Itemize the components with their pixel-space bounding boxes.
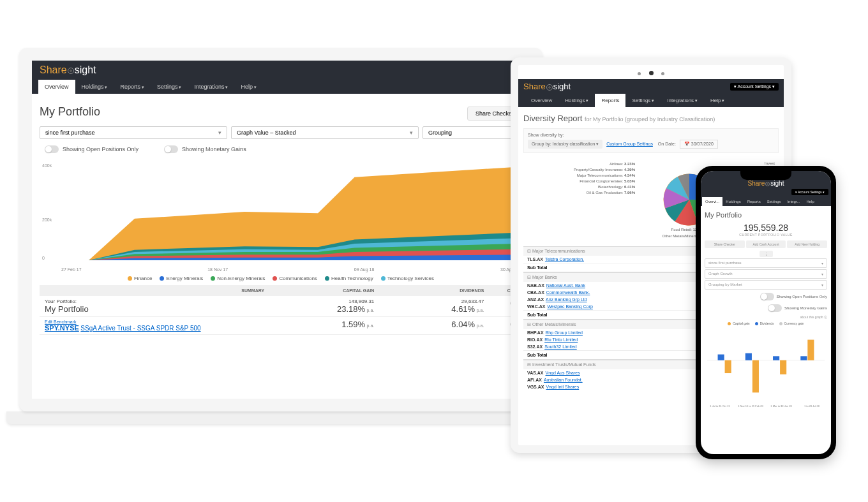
more-button[interactable]: ⋮: [760, 251, 773, 257]
y-tick: 0: [42, 256, 45, 260]
account-settings-button[interactable]: ▾ Account Settings ▾: [791, 189, 828, 195]
legend-item: Energy Minerals: [160, 276, 203, 281]
y-tick: 200k: [42, 218, 52, 222]
toggle-open-positions[interactable]: Showing Open Positions Only: [45, 145, 138, 153]
account-settings-button[interactable]: ▾ Account Settings ▾: [730, 83, 779, 91]
benchmark-ticker-link[interactable]: SPY.NYSE: [45, 324, 79, 332]
legend-item: Currency gain: [779, 321, 804, 325]
laptop-toggle-row: Showing Open Positions Only Showing Mone…: [40, 142, 522, 157]
toggle-open-positions[interactable]: Showing Open Positions Only: [705, 291, 827, 302]
page-title: My Portfolio: [705, 211, 827, 219]
report-title: Diversity Report for My Portfolio (group…: [523, 114, 779, 123]
nav-overview[interactable]: Overview: [38, 80, 75, 94]
brand-logo: Sharesight: [523, 82, 571, 91]
toggle-monetary-gains[interactable]: Showing Monetary Gains: [705, 302, 827, 314]
grouping-select[interactable]: Grouping by Market: [705, 280, 827, 290]
laptop-base: [6, 411, 555, 424]
nav-reports[interactable]: Reports: [595, 94, 625, 107]
period-select[interactable]: since first purchase: [40, 126, 227, 139]
summary-header: SUMMARY CAPITAL GAIN DIVIDENDS CUR: [40, 285, 522, 296]
nav-integrations[interactable]: Integrations: [661, 94, 704, 107]
svg-rect-5: [752, 360, 759, 393]
nav-overview[interactable]: Overvi...: [702, 197, 722, 206]
tablet-camera-bar: [518, 65, 784, 79]
portfolio-area-chart: 400k 200k 0 27 Feb 1718 Nov 1709 Aug 183…: [42, 163, 520, 272]
svg-rect-6: [773, 356, 779, 360]
y-tick: 400k: [42, 163, 52, 168]
phone-content: My Portfolio 195,559.28 CURRENT PORTFOLI…: [701, 206, 831, 410]
legend-item: Non-Energy Minerals: [211, 276, 265, 281]
benchmark-name-link[interactable]: SSgA Active Trust - SSGA SPDR S&P 500: [80, 325, 200, 332]
area-legend: FinanceEnergy MineralsNon-Energy Mineral…: [40, 276, 522, 281]
bar-legend: Capital gainDividendsCurrency gain: [705, 321, 827, 325]
toggle-monetary-gains[interactable]: Showing Monetary Gains: [164, 145, 246, 153]
nav-help[interactable]: Help: [704, 94, 731, 107]
laptop-selectors: since first purchase Graph Value – Stack…: [40, 126, 522, 139]
laptop-content: My Portfolio Share Checker since first p…: [32, 94, 530, 341]
about-graph-link[interactable]: about this graph ⓘ: [705, 315, 827, 319]
legend-item: Technology Services: [381, 276, 434, 281]
custom-group-link[interactable]: Custom Group Settings: [606, 142, 653, 146]
svg-rect-8: [800, 356, 807, 360]
laptop-navbar: Overview Holdings Reports Settings Integ…: [32, 80, 530, 94]
brand-logo: Sharesight: [40, 64, 96, 76]
tablet-topbar: Sharesight ▾ Account Settings ▾: [518, 79, 784, 94]
summary-portfolio-row: Your Portfolio: My Portfolio 148,909.31 …: [40, 296, 522, 317]
x-labels: 27 Feb 1718 Nov 1709 Aug 1830 Apr 19: [61, 267, 520, 272]
svg-rect-9: [807, 340, 814, 360]
grouping-select[interactable]: Grouping: [423, 126, 522, 139]
legend-item: Communications: [273, 276, 317, 281]
phone-action-buttons: Share Checker Add Cash Account Add New H…: [705, 240, 827, 248]
add-holding-button[interactable]: Add New Holding: [787, 240, 827, 248]
legend-item: Health Technology: [325, 276, 373, 281]
tablet-navbar: Overview Holdings Reports Settings Integ…: [518, 94, 784, 107]
nav-settings[interactable]: Settings: [625, 94, 661, 107]
nav-holdings[interactable]: Holdings: [75, 80, 114, 94]
bar-x-labels: 1 Jul to 31 Oct 19 1 Nov 19 to 29 Feb 20…: [705, 404, 827, 408]
graph-select[interactable]: Graph Value – Stacked: [231, 126, 419, 139]
nav-overview[interactable]: Overview: [525, 94, 558, 107]
legend-item: Finance: [128, 276, 152, 281]
legend-item: Dividends: [755, 321, 774, 325]
growth-bar-chart: [705, 328, 827, 404]
nav-help[interactable]: Help: [803, 197, 817, 206]
page-title: My Portfolio: [40, 105, 100, 119]
svg-rect-2: [718, 355, 724, 360]
svg-rect-4: [745, 353, 752, 360]
add-cash-button[interactable]: Add Cash Account: [746, 240, 786, 248]
legend-item: Capital gain: [728, 321, 749, 325]
nav-help[interactable]: Help: [234, 80, 262, 94]
nav-integrations[interactable]: Integrations: [188, 80, 234, 94]
date-input[interactable]: 📅 30/07/2020: [680, 140, 718, 149]
svg-rect-3: [725, 360, 731, 373]
phone-notch: [740, 171, 791, 180]
phone-navbar: Overvi... Holdings Reports Settings Inte…: [701, 197, 831, 206]
svg-rect-7: [780, 360, 786, 374]
nav-settings[interactable]: Settings: [151, 80, 188, 94]
laptop-topbar: Sharesight: [32, 61, 530, 80]
nav-reports[interactable]: Reports: [114, 80, 151, 94]
bar-svg: [707, 328, 825, 404]
nav-settings[interactable]: Settings: [764, 197, 784, 206]
phone-topbar-2: ▾ Account Settings ▾: [701, 189, 831, 197]
diversity-controls: Show diversity by: Group by: Industry cl…: [523, 128, 779, 153]
period-select[interactable]: since first purchase: [705, 258, 827, 268]
phone-device: Sharesight ▾ Account Settings ▾ Overvi..…: [696, 166, 836, 459]
group-by-select[interactable]: Group by: Industry classification ▾: [528, 140, 602, 149]
nav-holdings[interactable]: Holdings: [558, 94, 595, 107]
share-checker-button[interactable]: Share Checker: [705, 240, 745, 248]
graph-select[interactable]: Graph Growth: [705, 269, 827, 279]
phone-screen: Sharesight ▾ Account Settings ▾ Overvi..…: [701, 171, 831, 454]
edit-benchmark-link[interactable]: Edit Benchmark: [45, 320, 264, 324]
nav-holdings[interactable]: Holdings: [722, 197, 744, 206]
nav-reports[interactable]: Reports: [744, 197, 764, 206]
nav-integrations[interactable]: Integr...: [784, 197, 803, 206]
brand-logo: Sharesight: [748, 180, 784, 187]
laptop-screen: Sharesight Overview Holdings Reports Set…: [19, 48, 542, 411]
portfolio-value: 195,559.28 CURRENT PORTFOLIO VALUE: [705, 223, 827, 237]
area-svg: [61, 163, 520, 260]
laptop-device: Sharesight Overview Holdings Reports Set…: [19, 48, 542, 443]
summary-benchmark-row: Edit Benchmark SPY.NYSE SSgA Active Trus…: [40, 317, 522, 335]
